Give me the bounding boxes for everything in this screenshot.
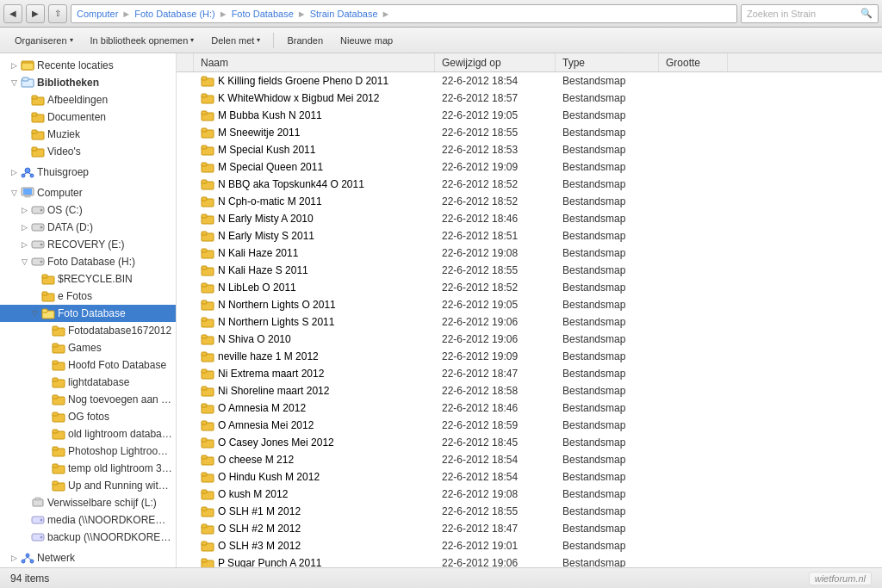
sidebar-item-netwerk[interactable]: ▷ Netwerk [0,549,176,566]
table-row[interactable]: M Sneewitje 2011 22-6-2012 18:55Bestands… [177,124,882,141]
sidebar-item-photoshop[interactable]: Photoshop Lightroom Workflow Strategies [0,443,176,460]
file-type: Bestandsmap [556,350,659,362]
share-button[interactable]: Delen met ▾ [203,30,268,51]
sidebar-item-thuisgroep[interactable]: ▷ Thuisgroep [0,164,176,181]
breadcrumb-fotodatabase-h[interactable]: Foto Database (H:) [134,9,215,19]
sidebar-label: e Fotos [58,290,92,302]
table-row[interactable]: N Kali Haze 2011 22-6-2012 19:08Bestands… [177,244,882,262]
folder-icon [201,75,214,87]
table-row[interactable]: N Northern Lights S 2011 22-6-2012 19:06… [177,313,882,331]
folder-icon [31,111,45,123]
sidebar-item-efotos[interactable]: e Fotos [0,288,176,305]
sidebar-item-verwisselbare[interactable]: Verwisselbare schijf (L:) [0,494,176,511]
sidebar-item-data-d[interactable]: ▷ DATA (D:) [0,219,176,236]
item-count: 94 items [10,573,49,585]
sidebar-item-nog-toevoegen[interactable]: Nog toevoegen aan database [0,391,176,408]
sidebar-item-hoofd[interactable]: Hoofd Foto Database [0,356,176,374]
table-row[interactable]: N Early Misty S 2011 22-6-2012 18:51Best… [177,227,882,244]
table-row[interactable]: O Amnesia Mei 2012 22-6-2012 18:59Bestan… [177,417,882,434]
back-button[interactable]: ◀ [3,4,22,23]
file-name-cell: N Shiva O 2010 [194,333,435,345]
sidebar-item-recente-locaties[interactable]: ▷ Recente locaties [0,57,176,74]
table-row[interactable]: N Early Misty A 2010 22-6-2012 18:46Best… [177,210,882,227]
sidebar-item-up-running[interactable]: Up and Running with Photoshop Lightroo [0,477,176,494]
sidebar-item-games[interactable]: Games [0,339,176,356]
table-row[interactable]: Ni Extrema maart 2012 22-6-2012 18:47Bes… [177,365,882,382]
table-row[interactable]: N Cph-o-matic M 2011 22-6-2012 18:52Best… [177,193,882,210]
up-button[interactable]: ⇧ [48,4,67,23]
col-header-date[interactable]: Gewijzigd op [435,53,556,71]
file-date: 22-6-2012 19:08 [435,247,556,259]
sidebar-item-fotodatabase1[interactable]: Fotodatabase1672012 [0,322,176,339]
search-box[interactable]: Zoeken in Strain 🔍 [741,4,879,23]
sidebar-item-og-fotos[interactable]: OG fotos [0,408,176,425]
table-row[interactable]: M Special Kush 2011 22-6-2012 18:53Besta… [177,141,882,158]
col-header-type[interactable]: Type [556,53,659,71]
breadcrumb-fotodatabase[interactable]: Foto Database [232,9,294,19]
table-row[interactable]: M Special Queen 2011 22-6-2012 19:09Best… [177,158,882,176]
library-button[interactable]: In bibliotheek opnemen ▾ [83,30,202,51]
svg-line-63 [23,557,28,560]
folder-icon [52,342,65,354]
sidebar-item-os-c[interactable]: ▷ OS (C:) [0,201,176,219]
file-name-cell: K WhiteWhidow x Bigbud Mei 2012 [194,92,435,104]
table-row[interactable]: O Hindu Kush M 2012 22-6-2012 18:54Besta… [177,468,882,486]
table-row[interactable]: O Amnesia M 2012 22-6-2012 18:46Bestands… [177,399,882,417]
table-row[interactable]: neville haze 1 M 2012 22-6-2012 19:09Bes… [177,348,882,365]
table-row[interactable]: O SLH #1 M 2012 22-6-2012 18:55Bestandsm… [177,503,882,520]
table-row[interactable]: O kush M 2012 22-6-2012 19:08Bestandsmap [177,486,882,503]
svg-rect-112 [202,473,207,476]
file-name-cell: N Early Misty S 2011 [194,230,435,242]
sidebar-item-computer[interactable]: ▽ Computer [0,184,176,201]
table-row[interactable]: O Casey Jones Mei 2012 22-6-2012 18:45Be… [177,434,882,451]
file-type: Bestandsmap [556,75,659,87]
svg-rect-104 [202,404,207,407]
sidebar-item-temp-lightroom[interactable]: temp old lightroom 3.2 database [0,460,176,477]
sidebar-item-recovery-e[interactable]: ▷ RECOVERY (E:) [0,236,176,253]
folder-icon [201,385,214,397]
sidebar-item-foto-database[interactable]: ▽ Foto Database [0,305,176,322]
table-row[interactable]: N LibLeb O 2011 22-6-2012 18:52Bestandsm… [177,279,882,296]
folder-icon [201,419,214,431]
breadcrumb-straindatabase[interactable]: Strain Database [310,9,378,19]
table-row[interactable]: N Shiva O 2010 22-6-2012 19:06Bestandsma… [177,331,882,348]
sidebar-label: Nog toevoegen aan database [68,393,172,405]
table-row[interactable]: N Northern Lights O 2011 22-6-2012 19:05… [177,296,882,313]
table-row[interactable]: O SLH #3 M 2012 22-6-2012 19:01Bestandsm… [177,537,882,554]
file-name: M Special Kush 2011 [218,144,315,156]
table-row[interactable]: M Bubba Kush N 2011 22-6-2012 19:05Besta… [177,107,882,124]
table-row[interactable]: N BBQ aka Topskunk44 O 2011 22-6-2012 18… [177,176,882,193]
sidebar-item-fotodatabase-h[interactable]: ▽ Foto Database (H:) [0,253,176,270]
table-row[interactable]: K Killing fields Groene Pheno D 2011 22-… [177,72,882,90]
table-row[interactable]: O cheese M 212 22-6-2012 18:54Bestandsma… [177,451,882,468]
sidebar-item-videos[interactable]: Video's [0,143,176,160]
col-header-size[interactable]: Grootte [659,53,728,71]
burn-button[interactable]: Branden [279,30,331,51]
sidebar-item-recycle-bin[interactable]: $RECYCLE.BIN [0,270,176,288]
sidebar-item-media-y[interactable]: media (\\NOORDKOREA) (Y:) [0,511,176,529]
file-date: 22-6-2012 18:55 [435,127,556,139]
folder-icon [201,505,214,517]
sidebar-item-old-lightroom[interactable]: old lightroom database [0,425,176,443]
sidebar-item-documenten[interactable]: Documenten [0,108,176,126]
col-header-name[interactable]: Naam [194,53,435,71]
table-row[interactable]: K WhiteWhidow x Bigbud Mei 2012 22-6-201… [177,90,882,107]
breadcrumb-computer[interactable]: Computer [77,9,118,19]
sidebar-item-muziek[interactable]: Muziek [0,126,176,143]
new-folder-button[interactable]: Nieuwe map [332,30,401,51]
forward-button[interactable]: ▶ [26,4,45,23]
table-row[interactable]: Ni Shoreline maart 2012 22-6-2012 18:58B… [177,382,882,399]
sidebar-item-lightdatabase[interactable]: lightdatabase [0,374,176,391]
organise-button[interactable]: Organiseren ▾ [7,30,81,51]
sidebar-item-bibliotheken[interactable]: ▽ Bibliotheken [0,74,176,91]
table-row[interactable]: O SLH #2 M 2012 22-6-2012 18:47Bestandsm… [177,520,882,537]
table-row[interactable]: P Sugar Punch A 2011 22-6-2012 19:06Best… [177,554,882,567]
folder-icon [201,144,214,156]
sidebar-label: Thuisgroep [37,166,89,178]
file-date: 22-6-2012 19:08 [435,488,556,500]
file-type: Bestandsmap [556,264,659,276]
sidebar-item-afbeeldingen[interactable]: Afbeeldingen [0,91,176,108]
breadcrumb[interactable]: Computer ► Foto Database (H:) ► Foto Dat… [71,4,737,23]
sidebar-item-backup-z[interactable]: backup (\\NOORDKOREA) (Z:) [0,529,176,546]
table-row[interactable]: N Kali Haze S 2011 22-6-2012 18:55Bestan… [177,262,882,279]
